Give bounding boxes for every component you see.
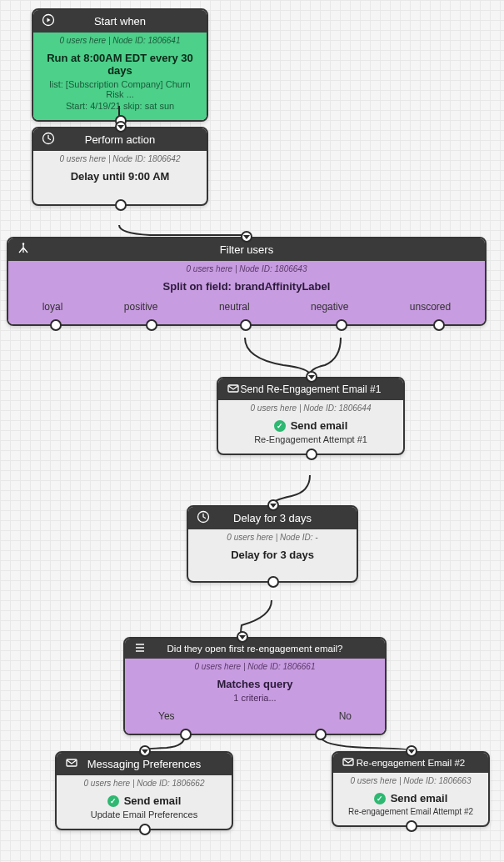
node-send-email-1[interactable]: Send Re-Engagement Email #1 0 users here…	[217, 377, 405, 455]
play-icon	[42, 13, 55, 29]
label-no: No	[339, 710, 352, 722]
node-meta: 0 users here | Node ID: -	[188, 529, 357, 544]
port-out-positive[interactable]	[146, 319, 157, 331]
port-out-no[interactable]	[315, 729, 327, 740]
node-title: Matches query	[132, 676, 378, 692]
node-meta: 0 users here | Node ID: 1806642	[33, 151, 207, 165]
option-negative: negative	[311, 301, 348, 313]
option-unscored: unscored	[410, 301, 451, 313]
list-icon	[133, 641, 147, 657]
node-title: Run at 8:00AM EDT every 30 days	[40, 50, 200, 78]
check-icon: ✓	[107, 795, 119, 807]
header-label: Send Re-Engagement Email #1	[241, 383, 382, 395]
node-meta: 0 users here | Node ID: 1806641	[33, 33, 207, 47]
envelope-icon	[342, 755, 355, 771]
header-label: Re-engagement Email #2	[357, 758, 465, 768]
node-meta: 0 users here | Node ID: 1806663	[333, 773, 488, 787]
port-out[interactable]	[406, 820, 417, 832]
node-reengagement-email-2[interactable]: Re-engagement Email #2 0 users here | No…	[332, 751, 490, 827]
port-in[interactable]	[115, 121, 127, 133]
port-out-unscored[interactable]	[433, 319, 445, 331]
node-title: Split on field: brandAffinityLabel	[15, 278, 478, 294]
svg-point-2	[22, 243, 24, 244]
node-perform-action[interactable]: Perform action 0 users here | Node ID: 1…	[32, 127, 208, 206]
port-in[interactable]	[306, 371, 317, 383]
node-open-email-query[interactable]: Did they open first re-engagement email?…	[123, 637, 387, 735]
node-header: Did they open first re-engagement email?	[125, 639, 385, 659]
header-label: Start when	[94, 15, 146, 28]
node-sub-list: list: [Subscription Company] Churn Risk …	[40, 78, 200, 100]
check-icon: ✓	[274, 420, 286, 432]
node-sub-schedule: Start: 4/19/21 skip: sat sun	[40, 100, 200, 112]
envelope-icon	[227, 382, 240, 398]
yes-no-labels: Yes No	[125, 705, 385, 734]
port-in[interactable]	[406, 745, 417, 757]
envelope-icon	[65, 756, 78, 772]
node-messaging-preferences[interactable]: Messaging Preferences 0 users here | Nod…	[55, 751, 233, 830]
port-in[interactable]	[241, 231, 252, 243]
port-out-negative[interactable]	[336, 319, 347, 331]
clock-icon	[197, 510, 210, 526]
port-in[interactable]	[237, 631, 248, 643]
node-header: Start when	[33, 10, 207, 33]
node-meta: 0 users here | Node ID: 1806662	[57, 775, 232, 789]
node-meta: 0 users here | Node ID: 1806661	[125, 659, 385, 673]
label-yes: Yes	[158, 710, 175, 722]
port-in[interactable]	[267, 499, 279, 511]
port-out[interactable]	[306, 449, 317, 460]
node-title: ✓ Send email	[225, 418, 397, 434]
header-label: Messaging Preferences	[87, 758, 202, 770]
header-label: Delay for 3 days	[233, 512, 312, 524]
node-start-when[interactable]: Start when 0 users here | Node ID: 18066…	[32, 8, 208, 122]
header-label: Did they open first re-engagement email?	[167, 644, 343, 654]
branch-icon	[17, 242, 30, 258]
node-sub: Re-engagement Email Attempt #2	[340, 806, 482, 817]
option-neutral: neutral	[219, 301, 250, 313]
node-delay-3-days[interactable]: Delay for 3 days 0 users here | Node ID:…	[187, 505, 358, 583]
header-label: Filter users	[220, 243, 273, 256]
check-icon: ✓	[374, 793, 386, 804]
port-out[interactable]	[267, 576, 279, 588]
node-meta: 0 users here | Node ID: 1806644	[218, 400, 403, 414]
option-loyal: loyal	[42, 301, 63, 313]
port-out[interactable]	[115, 199, 127, 211]
node-title: ✓ Send email	[63, 793, 225, 809]
port-out-loyal[interactable]	[50, 319, 62, 331]
port-out-yes[interactable]	[180, 729, 192, 740]
clock-icon	[42, 132, 55, 148]
node-sub: Re-Engagement Attempt #1	[225, 434, 397, 445]
node-title: ✓ Send email	[340, 790, 482, 806]
port-in[interactable]	[139, 745, 151, 757]
port-out-neutral[interactable]	[240, 319, 252, 331]
node-meta: 0 users here | Node ID: 1806643	[8, 261, 485, 275]
node-title: Delay until 9:00 AM	[40, 168, 200, 184]
option-positive: positive	[124, 301, 158, 313]
node-filter-users[interactable]: Filter users 0 users here | Node ID: 180…	[7, 237, 487, 326]
node-sub: 1 criteria...	[132, 692, 378, 704]
node-title: Delay for 3 days	[195, 547, 350, 563]
port-out[interactable]	[139, 824, 151, 835]
node-sub: Update Email Preferences	[63, 809, 225, 820]
header-label: Perform action	[85, 133, 156, 146]
